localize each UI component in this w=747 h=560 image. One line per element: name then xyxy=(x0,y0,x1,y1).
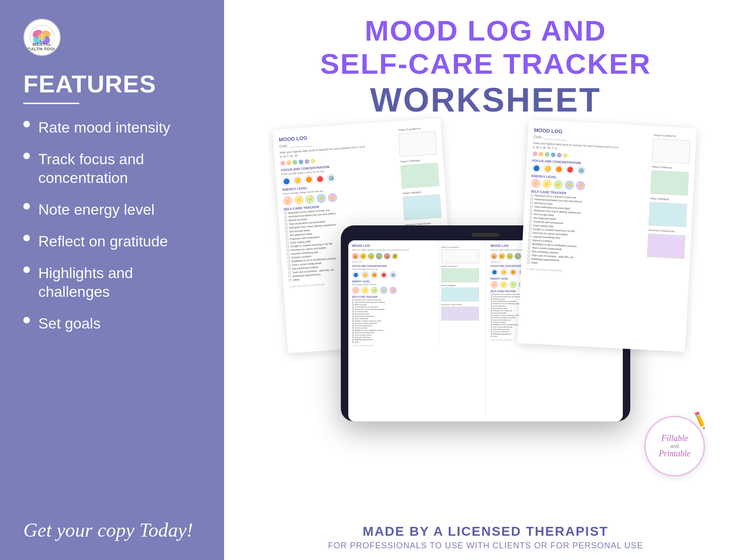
cta-text: Get your copy Today! xyxy=(23,519,201,541)
list-item: Highlights and challenges xyxy=(23,264,201,301)
bottom-subtitle: FOR PROFESSIONALS TO USE WITH CLIENTS OR… xyxy=(252,541,719,551)
logo-circle: MENTAL HEALTH TOOLS xyxy=(23,19,61,56)
bullet-icon xyxy=(23,266,30,273)
paper-grateful-label: Things I'm grateful for: xyxy=(398,126,435,132)
badge-printable: Printable xyxy=(659,449,691,459)
feature-list: Rate mood intensity Track focus and conc… xyxy=(23,118,201,514)
feature-text: Track focus and concentration xyxy=(38,150,201,187)
bullet-icon xyxy=(23,203,30,210)
logo-area: MENTAL HEALTH TOOLS xyxy=(23,19,201,56)
pen-icon: ✏️ xyxy=(690,410,710,430)
features-divider xyxy=(23,103,79,104)
fillable-badge: ✏️ Fillable and Printable xyxy=(644,416,705,476)
paper-right-grateful: Things I'm grateful for: xyxy=(653,133,691,138)
bottom-banner: MADE BY A LICENSED THERAPIST FOR PROFESS… xyxy=(252,518,719,551)
logo-text-label: MENTAL HEALTH TOOLS xyxy=(24,42,60,51)
list-item: Set goals xyxy=(23,314,201,333)
feature-text: Reflect on gratitude xyxy=(38,232,168,251)
bottom-title: MADE BY A LICENSED THERAPIST xyxy=(252,524,719,539)
tablet-area: MOOD LOG Date: ___________ Rate your hig… xyxy=(252,133,719,514)
title-line3: WORKSHEET xyxy=(320,81,651,119)
worksheet-paper-right: MOOD LOG Date: ___________ Rate your hig… xyxy=(517,119,697,352)
features-heading: FEATURES xyxy=(23,70,201,98)
main-title: MOOD LOG AND SELF-CARE TRACKER WORKSHEET xyxy=(320,14,651,119)
title-line2: SELF-CARE TRACKER xyxy=(320,47,651,80)
paper-right-goals: Tomorrow's Hopes/Goals: xyxy=(648,229,686,233)
paper-highlights-label: Today's Highlights: xyxy=(402,189,440,195)
tablet-worksheet-left: MOOD LOG Rate your highest daily level o… xyxy=(348,240,485,421)
badge-and: and xyxy=(670,443,679,449)
feature-text: Highlights and challenges xyxy=(38,264,201,301)
list-item: Track focus and concentration xyxy=(23,150,201,187)
list-item: Reflect on gratitude xyxy=(23,232,201,251)
paper-footer-right: © 2024. ALL RIGHTS RESERVED xyxy=(527,267,643,276)
paper-challenges-label: Today's Challenges: xyxy=(400,158,437,163)
tablet-footer: © 2024. ALL RIGHTS RESERVED xyxy=(352,345,438,347)
list-item: Rate mood intensity xyxy=(23,118,201,137)
left-panel: MENTAL HEALTH TOOLS FEATURES Rate mood i… xyxy=(0,0,224,560)
feature-text: Rate mood intensity xyxy=(38,118,170,137)
right-panel: MOOD LOG AND SELF-CARE TRACKER WORKSHEET… xyxy=(224,0,747,560)
title-line1: MOOD LOG AND xyxy=(320,14,651,47)
list-item: Note energy level xyxy=(23,200,201,219)
badge-fillable: Fillable xyxy=(662,434,688,443)
bullet-icon xyxy=(23,317,30,323)
paper-right-checklist: Reached out to a friend or loved one Hon… xyxy=(527,194,648,270)
bullet-icon xyxy=(23,153,30,159)
bullet-icon xyxy=(23,121,30,127)
bullet-icon xyxy=(23,235,30,241)
feature-text: Set goals xyxy=(38,314,100,333)
paper-right-highlights: Today's Highlights: xyxy=(650,197,687,202)
paper-right-challenges: Today's Challenges: xyxy=(652,165,689,170)
feature-text: Note energy level xyxy=(38,200,155,219)
